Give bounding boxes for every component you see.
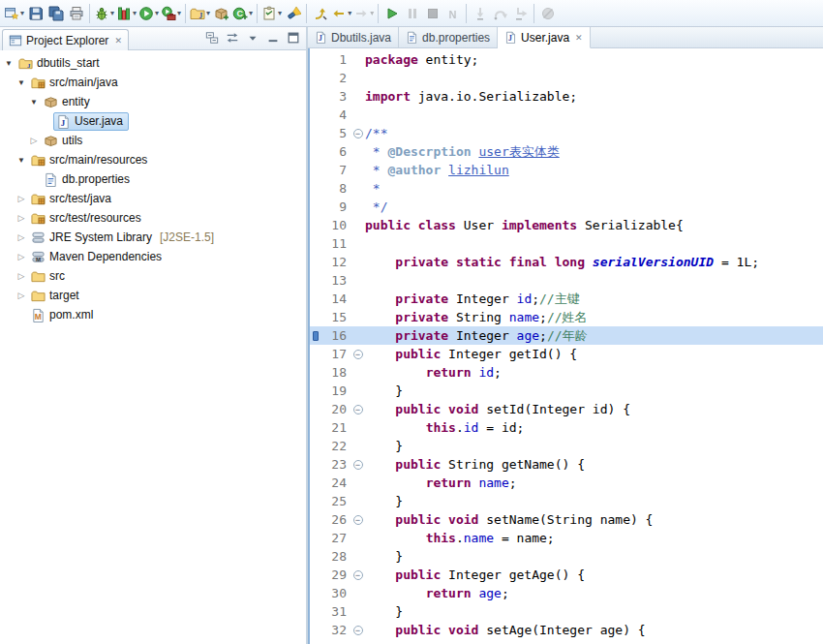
code-line-30[interactable]: 30 return age;: [310, 584, 823, 602]
editor-tab-db-properties[interactable]: db.properties: [399, 27, 498, 48]
collapse-arrow-icon[interactable]: ▼: [27, 98, 41, 107]
expand-arrow-icon[interactable]: ▷: [15, 213, 28, 223]
dropdown-arrow-icon[interactable]: ▾: [177, 9, 181, 17]
code-line-1[interactable]: 1package entity;: [310, 50, 823, 69]
tree-item-src-test-resources[interactable]: ▷src/test/resources: [0, 208, 306, 228]
skip-all-breakpoints-button[interactable]: [537, 2, 558, 25]
back-button[interactable]: ▾: [330, 2, 352, 25]
tree-node[interactable]: db.properties: [41, 170, 136, 189]
code-line-8[interactable]: 8 *: [310, 179, 823, 198]
code-line-25[interactable]: 25 }: [310, 492, 823, 510]
dropdown-arrow-icon[interactable]: ▾: [206, 9, 210, 17]
step-into-button[interactable]: [470, 2, 490, 25]
code-line-10[interactable]: 10public class User implements Serializa…: [310, 216, 823, 234]
disconnect-button[interactable]: N: [442, 2, 463, 25]
new-java-project-button[interactable]: J▾: [189, 2, 211, 25]
editor-tab-user-java[interactable]: JUser.java✕: [498, 27, 591, 48]
run-button[interactable]: ▾: [137, 2, 160, 25]
dropdown-arrow-icon[interactable]: ▾: [278, 9, 282, 17]
code-line-7[interactable]: 7 * @author lizhilun: [310, 161, 823, 179]
debug-button[interactable]: ▾: [93, 2, 115, 25]
terminate-button[interactable]: [422, 2, 442, 25]
tree-item-src[interactable]: ▷src: [0, 266, 306, 286]
close-icon[interactable]: ✕: [114, 36, 122, 46]
tree-node[interactable]: src: [28, 267, 71, 286]
tree-node[interactable]: Mpom.xml: [28, 306, 99, 324]
tree-node[interactable]: Jdbutils_start: [15, 54, 106, 73]
new-wizard-button[interactable]: ▾: [3, 2, 25, 25]
new-package-button[interactable]: [211, 2, 231, 25]
code-editor[interactable]: 1package entity;23import java.io.Seriali…: [308, 48, 823, 644]
code-line-6[interactable]: 6 * @Descrption user表实体类: [310, 142, 823, 161]
code-line-24[interactable]: 24 return name;: [310, 474, 823, 492]
dropdown-arrow-icon[interactable]: ▾: [110, 9, 114, 17]
code-line-20[interactable]: 20− public void setId(Integer id) {: [310, 400, 823, 418]
fold-toggle-icon[interactable]: −: [351, 510, 365, 529]
expand-arrow-icon[interactable]: ▷: [15, 194, 28, 203]
code-line-14[interactable]: 14 private Integer id;//主键: [310, 290, 823, 308]
expand-arrow-icon[interactable]: ▷: [15, 232, 28, 242]
close-icon[interactable]: ✕: [575, 33, 583, 43]
search-button[interactable]: [283, 2, 303, 25]
expand-arrow-icon[interactable]: ▷: [15, 271, 28, 281]
code-line-18[interactable]: 18 return id;: [310, 363, 823, 382]
code-line-29[interactable]: 29− public Integer getAge() {: [310, 566, 823, 584]
tree-node[interactable]: target: [28, 287, 85, 305]
code-line-15[interactable]: 15 private String name;//姓名: [310, 308, 823, 326]
dropdown-arrow-icon[interactable]: ▾: [370, 9, 374, 17]
code-line-13[interactable]: 13: [310, 271, 823, 290]
tree-item-entity[interactable]: ▼entity: [0, 92, 306, 111]
link-with-editor-button[interactable]: [223, 28, 241, 46]
code-line-28[interactable]: 28 }: [310, 547, 823, 566]
tree-node[interactable]: JUser.java: [53, 112, 129, 131]
code-line-31[interactable]: 31 }: [310, 602, 823, 621]
code-line-2[interactable]: 2: [310, 69, 823, 87]
tree-item-pom-xml[interactable]: Mpom.xml: [0, 305, 306, 324]
tree-node[interactable]: utils: [41, 132, 88, 150]
code-line-26[interactable]: 26− public void setName(String name) {: [310, 510, 823, 529]
new-class-button[interactable]: C▾: [231, 2, 254, 25]
code-line-21[interactable]: 21 this.id = id;: [310, 418, 823, 437]
step-return-button[interactable]: [510, 2, 531, 25]
code-line-19[interactable]: 19 }: [310, 382, 823, 400]
tree-item-maven-dependencies[interactable]: ▷MMaven Dependencies: [0, 247, 306, 266]
dropdown-arrow-icon[interactable]: ▾: [133, 9, 137, 17]
save-all-button[interactable]: [46, 2, 66, 25]
tree-item-utils[interactable]: ▷utils: [0, 131, 306, 150]
tree-node[interactable]: src/test/java: [28, 190, 117, 208]
fold-toggle-icon[interactable]: −: [351, 621, 365, 639]
dropdown-arrow-icon[interactable]: ▾: [348, 9, 351, 17]
fold-toggle-icon[interactable]: −: [351, 566, 365, 584]
forward-button[interactable]: ▾: [352, 2, 375, 25]
external-tools-button[interactable]: ▾: [160, 2, 182, 25]
code-line-32[interactable]: 32− public void setAge(Integer age) {: [310, 621, 823, 639]
code-line-5[interactable]: 5−/**: [310, 124, 823, 142]
code-line-4[interactable]: 4: [310, 106, 823, 124]
code-line-11[interactable]: 11: [310, 234, 823, 253]
open-task-button[interactable]: ▾: [260, 2, 283, 25]
step-over-button[interactable]: [490, 2, 510, 25]
code-line-3[interactable]: 3import java.io.Serializable;: [310, 87, 823, 106]
expand-arrow-icon[interactable]: ▷: [27, 136, 41, 145]
code-line-27[interactable]: 27 this.name = name;: [310, 529, 823, 547]
tree-item-user-java[interactable]: JUser.java: [0, 111, 306, 131]
view-menu-button[interactable]: [243, 28, 261, 46]
suspend-button[interactable]: [402, 2, 422, 25]
code-line-9[interactable]: 9 */: [310, 198, 823, 216]
code-line-23[interactable]: 23− public String getName() {: [310, 455, 823, 474]
tree-item-src-main-resources[interactable]: ▼src/main/resources: [0, 150, 306, 169]
tree-item-src-main-java[interactable]: ▼src/main/java: [0, 73, 306, 92]
tree-node[interactable]: src/test/resources: [28, 209, 147, 228]
dropdown-arrow-icon[interactable]: ▾: [155, 9, 159, 17]
print-button[interactable]: [66, 2, 86, 25]
expand-arrow-icon[interactable]: ▷: [15, 252, 28, 261]
fold-toggle-icon[interactable]: −: [351, 345, 365, 363]
tree-node[interactable]: entity: [41, 93, 96, 111]
tree-node[interactable]: JRE System Library[J2SE-1.5]: [28, 229, 220, 247]
last-edit-location-button[interactable]: [310, 2, 330, 25]
tree-item-src-test-java[interactable]: ▷src/test/java: [0, 189, 306, 208]
resume-button[interactable]: [381, 2, 402, 25]
tree-item-db-properties[interactable]: db.properties: [0, 169, 306, 189]
collapse-arrow-icon[interactable]: ▼: [15, 78, 28, 87]
code-line-22[interactable]: 22 }: [310, 437, 823, 455]
